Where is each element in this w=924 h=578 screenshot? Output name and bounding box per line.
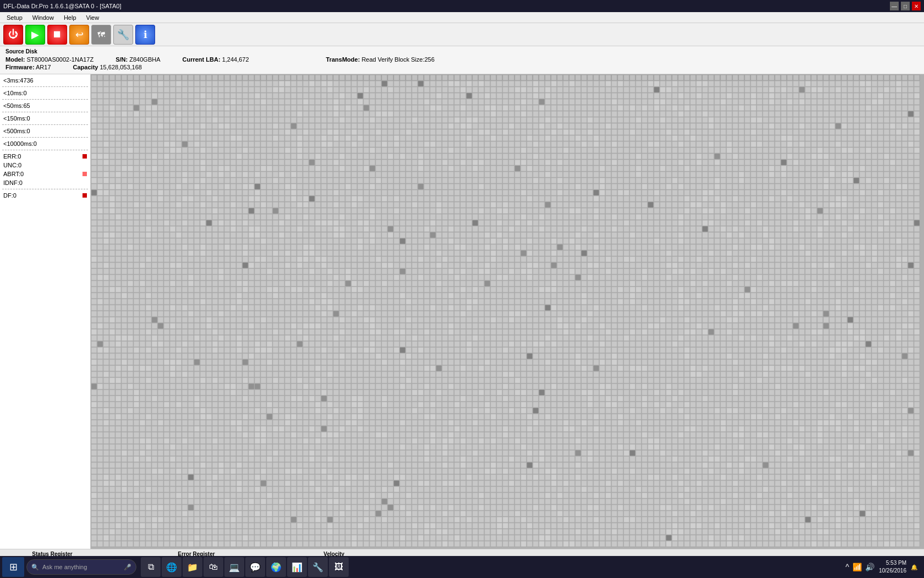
chevron-icon: ^ — [845, 563, 849, 571]
divider — [2, 124, 88, 125]
stat-err: ERR:0 — [2, 152, 88, 160]
current-lba-label: Current LBA: 1,244,672 — [183, 56, 249, 63]
edge-icon[interactable]: 🌐 — [162, 557, 182, 577]
back-button[interactable]: ↩ — [69, 25, 89, 45]
toolbar: ⏻ ▶ ⏹ ↩ 🗺 🔧 ℹ — [0, 23, 924, 46]
app1-icon[interactable]: 💻 — [224, 557, 244, 577]
search-placeholder: Ask me anything — [42, 564, 87, 570]
divider — [2, 150, 88, 150]
map-button[interactable]: 🗺 — [91, 25, 111, 45]
stat-unc: UNC:0 — [2, 161, 88, 169]
main-content: <3ms:4736 <10ms:0 <50ms:65 <150ms:0 <500… — [0, 74, 924, 549]
wrench-button[interactable]: 🔧 — [113, 25, 133, 45]
df-indicator — [82, 193, 87, 198]
photos-icon[interactable]: 🖼 — [329, 557, 349, 577]
chrome-icon[interactable]: 🌍 — [266, 557, 286, 577]
stat-10ms: <10ms:0 — [2, 89, 88, 97]
divider — [2, 189, 88, 189]
sound-icon: 🔊 — [865, 563, 875, 571]
app3-icon[interactable]: 🔧 — [308, 557, 328, 577]
power-button[interactable]: ⏻ — [3, 25, 23, 45]
tray-icons: ^ 📶 🔊 — [845, 563, 875, 571]
close-button[interactable]: ✕ — [912, 2, 921, 10]
abrt-indicator — [82, 172, 87, 176]
stat-idnf: IDNF:0 — [2, 179, 88, 187]
map-canvas — [91, 74, 924, 549]
play-button[interactable]: ▶ — [25, 25, 45, 45]
info-button[interactable]: ℹ — [135, 25, 155, 45]
source-disk-label: Source Disk — [6, 48, 919, 54]
menu-help[interactable]: Help — [59, 13, 81, 22]
microphone-icon: 🎤 — [124, 564, 131, 571]
divider — [2, 86, 88, 87]
taskbar-tray: ^ 📶 🔊 5:53 PM 10/26/2016 🔔 — [845, 559, 922, 575]
notifications-icon: 🔔 — [911, 564, 917, 570]
stat-50ms: <50ms:65 — [2, 102, 88, 110]
menu-setup[interactable]: Setup — [2, 13, 27, 22]
stat-10000ms: <10000ms:0 — [2, 140, 88, 148]
menu-window[interactable]: Window — [28, 13, 58, 22]
store-icon[interactable]: 🛍 — [204, 557, 223, 577]
task-view-button[interactable]: ⧉ — [141, 557, 161, 577]
taskbar-search[interactable]: 🔍 Ask me anything 🎤 — [26, 559, 136, 575]
stat-500ms: <500ms:0 — [2, 127, 88, 135]
minimize-button[interactable]: — — [890, 2, 899, 10]
taskbar-items: ⧉ 🌐 📁 🛍 💻 💬 🌍 📊 🔧 🖼 — [141, 557, 349, 577]
stop-button[interactable]: ⏹ — [47, 25, 67, 45]
left-panel: <3ms:4736 <10ms:0 <50ms:65 <150ms:0 <500… — [0, 74, 91, 549]
menu-view[interactable]: View — [82, 13, 104, 22]
stat-abrt: ABRT:0 — [2, 170, 88, 178]
title-text: DFL-Data Dr.Pro 1.6.6.1@SATA 0 - [SATA0] — [3, 3, 122, 9]
skype-icon[interactable]: 💬 — [245, 557, 265, 577]
title-bar: DFL-Data Dr.Pro 1.6.6.1@SATA 0 - [SATA0]… — [0, 0, 924, 12]
disk-map — [91, 74, 924, 549]
network-icon: 📶 — [853, 563, 862, 571]
firmware-label: Firmware: AR17 — [6, 64, 51, 70]
stat-150ms: <150ms:0 — [2, 114, 88, 122]
sn-label: S/N: Z840GBHA — [116, 56, 160, 63]
capacity-label: Capacity 15,628,053,168 — [73, 64, 142, 70]
window-controls: — □ ✕ — [890, 2, 921, 10]
trans-mode: TransMode: Read Verify Block Size:256 — [326, 56, 435, 63]
explorer-icon[interactable]: 📁 — [183, 557, 202, 577]
stat-3ms: <3ms:4736 — [2, 77, 88, 84]
start-button[interactable]: ⊞ — [2, 557, 24, 577]
maximize-button[interactable]: □ — [901, 2, 910, 10]
divider — [2, 112, 88, 112]
divider — [2, 137, 88, 138]
menu-bar: Setup Window Help View — [0, 12, 924, 23]
tray-time: 5:53 PM 10/26/2016 — [879, 559, 906, 575]
taskbar: ⊞ 🔍 Ask me anything 🎤 ⧉ 🌐 📁 🛍 💻 💬 🌍 📊 🔧 … — [0, 556, 924, 578]
stat-df: DF:0 — [2, 192, 88, 199]
model-label: Model: ST8000AS0002-1NA17Z — [6, 56, 94, 63]
err-indicator — [82, 154, 87, 159]
disk-info: Source Disk Model: ST8000AS0002-1NA17Z S… — [0, 46, 924, 74]
divider — [2, 99, 88, 100]
app2-icon[interactable]: 📊 — [287, 557, 307, 577]
search-icon: 🔍 — [31, 564, 39, 571]
